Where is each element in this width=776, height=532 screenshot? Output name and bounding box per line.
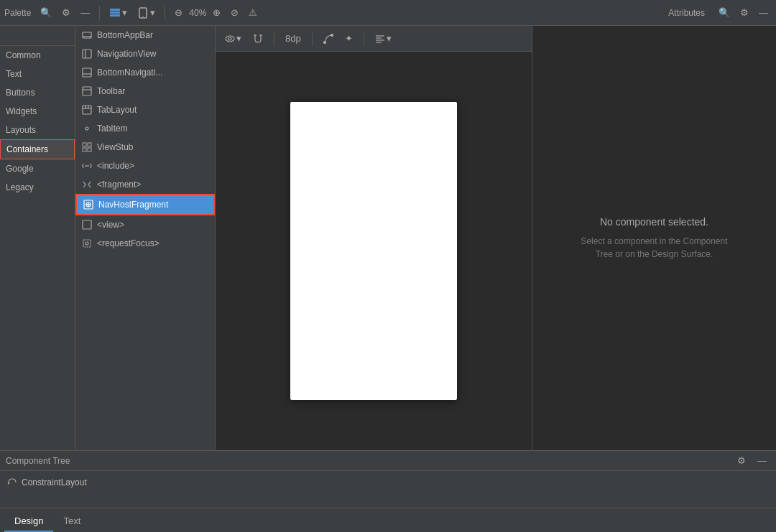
sidebar-item-google[interactable]: Google (0, 159, 75, 178)
sidebar-item-buttons[interactable]: Buttons (0, 83, 75, 102)
list-item-requestfocus[interactable]: <requestFocus> (75, 234, 215, 253)
navhostfragment-icon (83, 199, 94, 210)
viewstub-label: ViewStub (97, 142, 133, 152)
zoom-out-button[interactable]: ⊖ (171, 5, 186, 20)
device-frame (290, 102, 457, 400)
padding-label: 8dp (285, 33, 301, 44)
palette-header (0, 26, 75, 46)
fragment-icon (81, 179, 93, 190)
bottomappbar-label: BottomAppBar (97, 30, 153, 40)
component-tree-header: Component Tree ⚙ — (0, 451, 776, 471)
tablayout-icon (81, 104, 93, 116)
layers-dropdown-button[interactable]: ▾ (106, 5, 131, 21)
device-dropdown-button[interactable]: ▾ (134, 5, 159, 21)
list-item-viewstub[interactable]: ViewStub (75, 138, 215, 157)
svg-point-35 (331, 34, 333, 36)
attributes-search-button[interactable]: 🔍 (715, 5, 734, 20)
requestfocus-label: <requestFocus> (97, 238, 160, 248)
svg-rect-0 (110, 9, 120, 11)
sidebar-item-layouts[interactable]: Layouts (0, 121, 75, 139)
constraintlayout-icon (7, 477, 17, 487)
svg-rect-18 (83, 143, 86, 146)
list-item-toolbar[interactable]: Toolbar (75, 82, 215, 101)
requestfocus-icon (81, 238, 93, 249)
list-item-navigationview[interactable]: NavigationView (75, 45, 215, 63)
attributes-body: No component selected. Select a componen… (532, 26, 776, 450)
wand-button[interactable]: ✦ (341, 31, 356, 46)
zoom-cancel-button[interactable]: ⊘ (227, 5, 242, 20)
sidebar-item-containers[interactable]: Containers (0, 139, 75, 159)
viewstub-icon (81, 141, 93, 153)
include-label: <include> (97, 161, 134, 171)
constraintlayout-label: ConstraintLayout (22, 477, 87, 487)
bottomnavigation-label: BottomNavigati... (97, 67, 162, 78)
palette-sidebar: Common Text Buttons Widgets Layouts Cont… (0, 26, 75, 450)
component-list-panel: BottomAppBar NavigationView BottomNaviga… (75, 26, 216, 450)
svg-rect-9 (83, 68, 91, 77)
list-item-fragment[interactable]: <fragment> (75, 175, 215, 194)
sidebar-item-common[interactable]: Common (0, 46, 75, 65)
list-item-bottomnavigation[interactable]: BottomNavigati... (75, 63, 215, 82)
padding-button[interactable]: 8dp (282, 31, 305, 46)
warning-button[interactable]: ⚠ (245, 5, 261, 20)
svg-rect-2 (110, 14, 120, 17)
tablayout-label: TabLayout (97, 105, 137, 115)
list-item-include[interactable]: <include> (75, 157, 215, 175)
tree-item-constraintlayout[interactable]: ConstraintLayout (7, 475, 769, 490)
attributes-toolbar-title: Attributes (668, 8, 712, 18)
navigationview-icon (81, 48, 93, 60)
palette-toolbar-title: Palette (4, 8, 31, 18)
fragment-label: <fragment> (97, 179, 141, 190)
canvas-sep-1 (274, 32, 274, 46)
list-item-bottomappbar[interactable]: BottomAppBar (75, 26, 215, 45)
canvas-sep-2 (312, 32, 313, 46)
tab-text[interactable]: Text (53, 511, 91, 532)
component-tree-body: ConstraintLayout (0, 471, 776, 494)
sidebar-item-widgets[interactable]: Widgets (0, 102, 75, 121)
zoom-in-button[interactable]: ⊕ (209, 5, 224, 20)
eye-button[interactable]: ▾ (221, 31, 245, 46)
toolbar-right: Attributes 🔍 ⚙ — (668, 5, 772, 20)
bottom-tabs: Design Text (0, 508, 776, 532)
component-tree-panel: Component Tree ⚙ — ConstraintLayout (0, 450, 776, 508)
attributes-panel: No component selected. Select a componen… (532, 26, 776, 450)
list-item-navhostfragment[interactable]: NavHostFragment (75, 194, 215, 215)
svg-point-30 (226, 36, 234, 42)
component-tree-header-icons: ⚙ — (734, 453, 770, 468)
bottomappbar-icon (81, 29, 93, 41)
text-align-button[interactable]: ▾ (371, 31, 395, 46)
palette-settings-button[interactable]: ⚙ (58, 5, 74, 20)
svg-rect-20 (83, 148, 86, 151)
view-icon (81, 219, 93, 230)
navigationview-label: NavigationView (97, 49, 157, 59)
zoom-percent: 40% (189, 8, 206, 18)
sidebar-item-legacy[interactable]: Legacy (0, 178, 75, 197)
component-tree-settings-button[interactable]: ⚙ (734, 453, 749, 468)
no-component-desc: Select a component in the ComponentTree … (581, 235, 727, 261)
top-toolbar: Palette 🔍 ⚙ — ▾ ▾ ⊖ 40% ⊕ ⊘ ⚠ Attributes… (0, 0, 776, 26)
palette-minimize-button[interactable]: — (77, 5, 93, 20)
navhostfragment-label: NavHostFragment (98, 200, 168, 210)
component-tree-title: Component Tree (6, 456, 70, 466)
tabitem-label: TabItem (97, 123, 128, 134)
sidebar-item-text[interactable]: Text (0, 65, 75, 83)
attributes-minimize-button[interactable]: — (755, 5, 772, 20)
component-tree-minimize-button[interactable]: — (754, 453, 770, 468)
list-item-tabitem[interactable]: TabItem (75, 119, 215, 138)
path-button[interactable] (320, 32, 337, 46)
tab-design[interactable]: Design (4, 511, 53, 532)
svg-point-31 (228, 37, 231, 40)
svg-rect-28 (83, 240, 91, 247)
canvas-area: ▾ 8dp ✦ ▾ (216, 26, 532, 450)
bottomnavigation-icon (81, 67, 93, 78)
attributes-settings-button[interactable]: ⚙ (736, 5, 752, 20)
list-item-view[interactable]: <view> (75, 215, 215, 234)
svg-point-17 (86, 127, 88, 130)
palette-search-button[interactable]: 🔍 (37, 5, 55, 20)
canvas-toolbar: ▾ 8dp ✦ ▾ (216, 26, 532, 52)
bottom-section: Component Tree ⚙ — ConstraintLayout Desi… (0, 450, 776, 532)
view-label: <view> (97, 220, 124, 230)
svg-point-34 (323, 41, 325, 43)
magnet-button[interactable] (249, 32, 267, 46)
list-item-tablayout[interactable]: TabLayout (75, 101, 215, 119)
